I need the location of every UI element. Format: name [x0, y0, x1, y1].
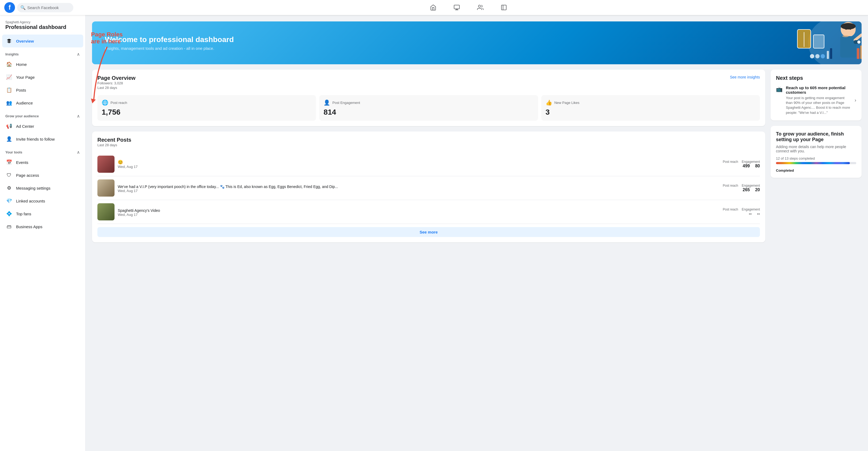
- new-page-likes-label: New Page Likes: [554, 101, 580, 105]
- progress-bar-track: [776, 162, 856, 164]
- svg-point-12: [820, 54, 825, 58]
- search-input[interactable]: [27, 5, 70, 10]
- insights-toggle[interactable]: ∧: [77, 52, 80, 57]
- post-emoji: 😊: [118, 160, 719, 165]
- sidebar-item-invite-friends-label: Invite friends to follow: [16, 137, 55, 141]
- post-date: Wed, Aug 17: [118, 213, 719, 217]
- metric-post-reach: 🌐 Post reach 1,756: [97, 95, 316, 121]
- progress-bar-fill: [776, 162, 850, 164]
- post-date: Wed, Aug 17: [118, 189, 719, 193]
- grow-toggle[interactable]: ∧: [77, 114, 80, 119]
- post-thumbnail: [97, 179, 115, 197]
- sidebar-item-messaging-settings-label: Messaging settings: [16, 186, 50, 190]
- svg-point-21: [842, 35, 849, 37]
- post-reach-icon: 🌐: [102, 100, 108, 106]
- business-apps-icon: 🗃: [5, 223, 13, 230]
- page-overview-title-block: Page Overview Followers: 3,028 Last 28 d…: [97, 75, 135, 94]
- sidebar-item-linked-accounts-label: Linked accounts: [16, 199, 45, 203]
- post-info: We've had a V.I.P (very important pooch)…: [118, 184, 719, 193]
- svg-rect-24: [857, 48, 860, 59]
- welcome-banner: Welcome to professional dashboard Insigh…: [92, 22, 862, 64]
- post-thumb-image: [97, 179, 115, 197]
- svg-point-2: [478, 5, 480, 7]
- chevron-right-icon[interactable]: ›: [855, 97, 856, 103]
- topnav: f 🔍: [0, 0, 868, 15]
- page-overview-period: Last 28 days: [97, 86, 135, 90]
- sidebar-item-overview[interactable]: Overview: [2, 34, 83, 48]
- left-column: Page Overview Followers: 3,028 Last 28 d…: [92, 69, 765, 243]
- welcome-illustration: [754, 22, 862, 64]
- progress-label: 12 of 13 steps completed: [776, 157, 856, 161]
- sidebar-item-audience[interactable]: 👥 Audience: [2, 96, 83, 109]
- home-icon: 🏠: [5, 60, 13, 68]
- sidebar-account-title: Professional dashboard: [5, 24, 80, 30]
- svg-rect-9: [813, 35, 824, 48]
- sidebar-item-invite-friends[interactable]: 👤 Invite friends to follow: [2, 133, 83, 145]
- post-metrics: Post reach Engagement 265 20: [723, 184, 760, 192]
- search-bar[interactable]: 🔍: [17, 3, 73, 12]
- next-step-item: 📺 Reach up to 605 more potential custome…: [776, 85, 856, 115]
- new-page-likes-value: 3: [546, 108, 755, 116]
- post-thumbnail: [97, 203, 115, 220]
- page-overview-title: Page Overview: [97, 75, 135, 81]
- page-access-icon: 🛡: [5, 171, 13, 179]
- sidebar-item-ad-center[interactable]: 📢 Ad Center: [2, 120, 83, 133]
- sidebar-item-business-apps-label: Business Apps: [16, 224, 42, 229]
- post-info: Spaghetti Agency's Video Wed, Aug 17: [118, 207, 719, 217]
- sidebar-account-sub: Spaghetti Agency: [5, 20, 80, 24]
- friends-nav-button[interactable]: [474, 1, 487, 14]
- invite-friends-icon: 👤: [5, 135, 13, 143]
- post-thumbnail: [97, 156, 115, 173]
- video-nav-button[interactable]: [450, 1, 463, 14]
- sidebar-item-your-page[interactable]: 📈 Your Page: [2, 71, 83, 84]
- sidebar-item-top-fans[interactable]: 💠 Top fans: [2, 207, 83, 220]
- post-metrics: Post reach Engagement 499 80: [723, 160, 760, 168]
- sidebar-item-business-apps[interactable]: 🗃 Business Apps: [2, 220, 83, 233]
- audience-setup-card: To grow your audience, finish setting up…: [771, 126, 862, 178]
- welcome-banner-text: Welcome to professional dashboard Insigh…: [105, 35, 234, 51]
- see-more-insights-link[interactable]: See more insights: [730, 75, 760, 79]
- recent-posts-card: Recent Posts Last 28 days 😊 Wed, Aug 17 …: [92, 132, 765, 243]
- recent-posts-period: Last 28 days: [97, 143, 131, 147]
- sidebar-item-linked-accounts[interactable]: 💎 Linked accounts: [2, 194, 83, 207]
- post-thumb-image: [97, 203, 115, 220]
- home-nav-button[interactable]: [427, 1, 440, 14]
- svg-point-11: [815, 54, 819, 58]
- grow-section-header: Grow your audience ∧: [2, 111, 83, 120]
- next-step-icon: 📺: [776, 86, 783, 92]
- linked-accounts-icon: 💎: [5, 197, 13, 205]
- svg-rect-14: [830, 48, 832, 59]
- sidebar-item-home[interactable]: 🏠 Home: [2, 58, 83, 71]
- next-steps-card: Next steps 📺 Reach up to 605 more potent…: [771, 69, 862, 120]
- sidebar-item-posts-label: Posts: [16, 88, 26, 92]
- sidebar-item-events[interactable]: 📅 Events: [2, 156, 83, 169]
- posts-icon: 📋: [5, 86, 13, 94]
- your-page-icon: 📈: [5, 74, 13, 81]
- main-content: Welcome to professional dashboard Insigh…: [86, 15, 868, 451]
- sidebar-item-home-label: Home: [16, 62, 27, 67]
- svg-rect-13: [827, 51, 829, 59]
- post-row: We've had a V.I.P (very important pooch)…: [97, 176, 760, 200]
- see-more-button[interactable]: See more: [97, 227, 760, 237]
- sidebar-item-posts[interactable]: 📋 Posts: [2, 84, 83, 96]
- recent-posts-title-block: Recent Posts Last 28 days: [97, 137, 131, 151]
- facebook-logo[interactable]: f: [4, 2, 15, 13]
- svg-point-23: [857, 40, 861, 44]
- post-engagement-val: 20: [755, 188, 760, 192]
- welcome-title: Welcome to professional dashboard: [105, 35, 234, 44]
- sidebar-item-overview-label: Overview: [16, 39, 34, 44]
- pages-nav-button[interactable]: [497, 1, 510, 14]
- sidebar-item-audience-label: Audience: [16, 101, 33, 105]
- top-fans-icon: 💠: [5, 210, 13, 218]
- ad-center-icon: 📢: [5, 122, 13, 130]
- tools-section-label: Your tools: [5, 150, 22, 154]
- tools-toggle[interactable]: ∧: [77, 150, 80, 155]
- post-metrics: Post reach Engagement -- --: [723, 207, 760, 216]
- post-reach-val: 265: [743, 188, 750, 192]
- post-reach-val: 499: [743, 164, 750, 168]
- sidebar-item-page-access[interactable]: 🛡 Page access: [2, 169, 83, 181]
- post-engagement-val: 80: [755, 164, 760, 168]
- sidebar-item-messaging-settings[interactable]: ⚙ Messaging settings: [2, 181, 83, 194]
- next-step-text: Reach up to 605 more potential customers…: [786, 85, 851, 115]
- svg-point-10: [810, 54, 814, 58]
